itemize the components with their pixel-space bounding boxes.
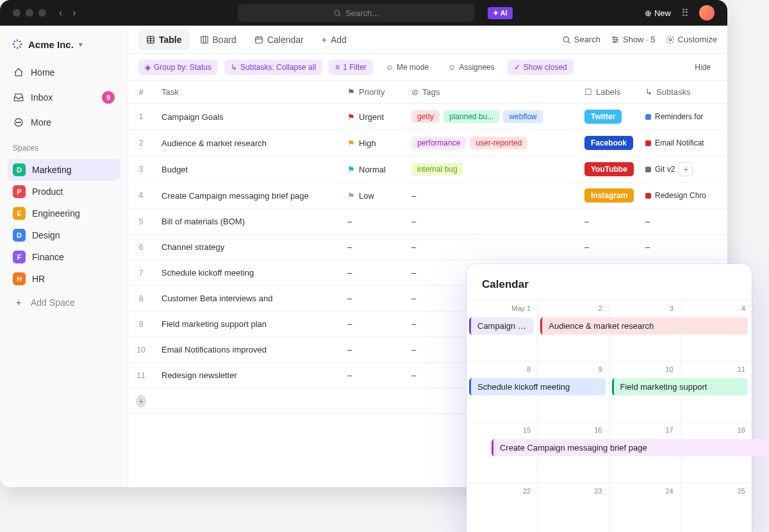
- user-avatar[interactable]: [699, 5, 715, 21]
- space-item-finance[interactable]: FFinance: [8, 246, 120, 268]
- subtasks-chip[interactable]: ↳ Subtasks: Collapse all: [224, 60, 322, 75]
- calendar-cell[interactable]: 4: [681, 300, 752, 361]
- calendar-cell[interactable]: 15Create Campaign messaging brief page: [467, 422, 538, 483]
- tags-cell[interactable]: performance user-reported: [404, 131, 577, 155]
- nav-more[interactable]: More: [8, 112, 120, 133]
- calendar-cell[interactable]: 10Field marketing support: [609, 361, 681, 422]
- nav-inbox[interactable]: Inbox 9: [8, 86, 120, 109]
- ai-badge[interactable]: ✦ AI: [488, 7, 513, 19]
- close-window-icon[interactable]: [13, 9, 21, 17]
- subtasks-cell[interactable]: Reminders for: [638, 106, 721, 127]
- calendar-event[interactable]: Campaign Goals: [469, 317, 534, 335]
- tags-cell[interactable]: getty planned bu... webflow: [404, 104, 577, 129]
- col-task[interactable]: Task: [154, 81, 340, 103]
- subtask-item[interactable]: Redesign Chro: [645, 191, 706, 200]
- me-mode-chip[interactable]: ☺ Me mode: [379, 60, 435, 75]
- labels-cell[interactable]: –: [577, 237, 638, 258]
- back-button[interactable]: ‹: [59, 7, 62, 19]
- tags-cell[interactable]: –: [404, 211, 577, 232]
- maximize-window-icon[interactable]: [38, 9, 46, 17]
- labels-cell[interactable]: Facebook: [577, 130, 638, 156]
- task-name[interactable]: Redesign newsletter: [154, 365, 340, 386]
- priority-cell[interactable]: –: [340, 211, 404, 232]
- task-name[interactable]: Bill of materials (BOM): [154, 211, 340, 232]
- tab-calendar[interactable]: Calendar: [247, 29, 311, 50]
- label-pill[interactable]: YouTubbe: [584, 162, 634, 176]
- priority-cell[interactable]: –: [340, 262, 404, 283]
- calendar-cell[interactable]: 9: [538, 361, 609, 422]
- task-name[interactable]: Budget: [154, 159, 340, 180]
- show-closed-chip[interactable]: ✓ Show closed: [508, 60, 574, 75]
- table-row[interactable]: 3 Budget ⚑ Normal internal bug YouTubbe …: [128, 156, 727, 183]
- calendar-cell[interactable]: 25: [681, 483, 752, 532]
- calendar-cell[interactable]: 11: [681, 361, 752, 422]
- minimize-window-icon[interactable]: [26, 9, 33, 17]
- subtasks-cell[interactable]: Git v2+: [638, 156, 721, 182]
- space-item-design[interactable]: DDesign: [8, 224, 120, 246]
- label-pill[interactable]: Instagram: [584, 188, 634, 203]
- tags-cell[interactable]: internal bug: [404, 157, 577, 181]
- tags-cell[interactable]: –: [404, 185, 577, 206]
- task-name[interactable]: Campaign Goals: [154, 106, 340, 128]
- table-row[interactable]: 4 Create Campaign messaging brief page ⚑…: [128, 183, 727, 209]
- col-tags[interactable]: ⊘ Tags: [404, 81, 577, 103]
- space-item-product[interactable]: PProduct: [8, 181, 120, 203]
- col-labels[interactable]: ☐ Labels: [577, 81, 638, 103]
- new-button[interactable]: ⊕ New: [645, 8, 671, 18]
- add-view-button[interactable]: + Add: [314, 29, 354, 50]
- tag-pill[interactable]: user-reported: [470, 137, 527, 149]
- col-number[interactable]: #: [128, 81, 154, 103]
- task-name[interactable]: Schedule kickoff meeting: [154, 262, 340, 283]
- tag-pill[interactable]: planned bu...: [443, 110, 499, 123]
- priority-cell[interactable]: –: [340, 237, 404, 258]
- tags-cell[interactable]: –: [404, 237, 577, 258]
- calendar-cell[interactable]: 22: [467, 483, 538, 532]
- tab-board[interactable]: Board: [192, 29, 244, 50]
- priority-cell[interactable]: –: [340, 339, 404, 360]
- add-space-button[interactable]: + Add Space: [8, 292, 120, 313]
- calendar-cell[interactable]: 3: [609, 300, 681, 361]
- hide-button[interactable]: Hide: [688, 60, 717, 75]
- space-item-engineering[interactable]: EEngineering: [8, 203, 120, 224]
- priority-cell[interactable]: ⚑ High: [340, 133, 404, 154]
- labels-cell[interactable]: –: [577, 211, 638, 232]
- tag-pill[interactable]: performance: [411, 137, 466, 149]
- search-view-button[interactable]: Search: [562, 35, 600, 44]
- calendar-cell[interactable]: 2Audience & market research: [538, 300, 609, 361]
- group-by-chip[interactable]: ◈ Group by: Status: [138, 60, 218, 75]
- label-pill[interactable]: Facebook: [584, 136, 633, 150]
- task-name[interactable]: Channel strategy: [154, 237, 340, 258]
- apps-grid-icon[interactable]: ⠿: [681, 7, 689, 19]
- subtasks-cell[interactable]: Redesign Chro: [638, 185, 721, 206]
- show-columns-button[interactable]: Show · 5: [611, 35, 656, 44]
- customize-button[interactable]: Customize: [666, 35, 717, 44]
- calendar-cell[interactable]: 17: [609, 422, 681, 483]
- calendar-cell[interactable]: May 1Campaign Goals: [467, 300, 538, 361]
- task-name[interactable]: Audience & market research: [154, 133, 340, 154]
- global-search-input[interactable]: Search...: [238, 4, 475, 22]
- assignees-chip[interactable]: ☺ Assignees: [442, 60, 501, 75]
- table-row[interactable]: 2 Audience & market research ⚑ High perf…: [128, 130, 727, 156]
- task-name[interactable]: Email Notifications improved: [154, 339, 340, 360]
- calendar-cell[interactable]: 24: [609, 483, 681, 532]
- tag-pill[interactable]: getty: [411, 110, 440, 123]
- labels-cell[interactable]: YouTubbe: [577, 156, 638, 182]
- priority-cell[interactable]: –: [340, 365, 404, 386]
- priority-cell[interactable]: ⚑ Urgent: [340, 106, 404, 128]
- subtasks-cell[interactable]: –: [638, 237, 721, 258]
- tag-pill[interactable]: internal bug: [411, 163, 463, 176]
- add-subtask-button[interactable]: +: [679, 162, 693, 176]
- labels-cell[interactable]: Instagram: [577, 183, 638, 208]
- subtask-item[interactable]: Git v2: [645, 165, 675, 174]
- task-name[interactable]: Field marketing support plan: [154, 313, 340, 335]
- workspace-switcher[interactable]: Acme Inc. ▾: [8, 36, 120, 53]
- calendar-cell[interactable]: 16: [538, 422, 609, 483]
- priority-cell[interactable]: –: [340, 313, 404, 335]
- priority-cell[interactable]: ⚑ Normal: [340, 159, 404, 180]
- priority-cell[interactable]: –: [340, 288, 404, 309]
- space-item-marketing[interactable]: DMarketing: [8, 159, 120, 181]
- priority-cell[interactable]: ⚑ Low: [340, 185, 404, 206]
- tag-pill[interactable]: webflow: [503, 110, 542, 123]
- calendar-cell[interactable]: 23: [538, 483, 609, 532]
- tab-table[interactable]: Table: [138, 29, 190, 50]
